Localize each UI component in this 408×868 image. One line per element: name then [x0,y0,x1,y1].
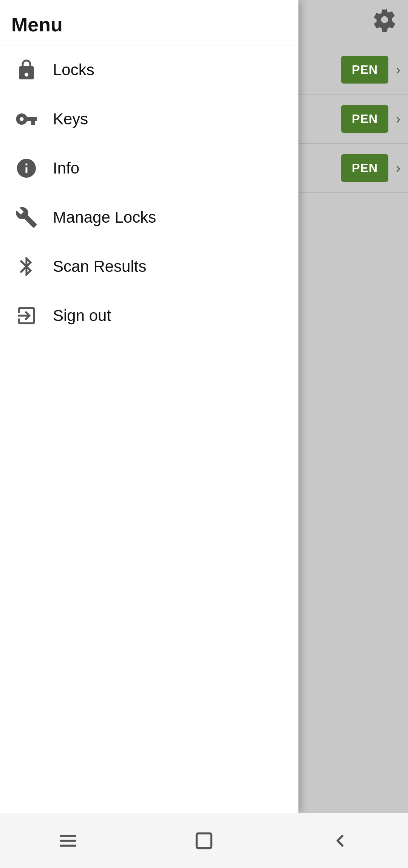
drawer-header: Menu [0,0,298,45]
open-button-3[interactable]: PEN [341,154,388,182]
key-icon [11,108,42,130]
signout-icon [11,304,42,327]
gear-icon[interactable] [372,26,397,33]
nav-back-button[interactable] [326,827,354,854]
chevron-right-icon-3: › [396,160,400,176]
info-label: Info [53,159,79,177]
sign-out-label: Sign out [53,307,111,325]
info-icon [11,157,42,180]
drawer: Menu Locks Keys [0,0,298,813]
lock-icon [11,59,42,81]
bg-row-3: PEN › [291,144,408,193]
menu-item-locks[interactable]: Locks [0,45,298,95]
wrench-icon [11,206,42,229]
chevron-right-icon-1: › [396,62,400,78]
nav-home-button[interactable] [190,827,218,854]
scan-results-label: Scan Results [53,257,146,276]
menu-item-sign-out[interactable]: Sign out [0,291,298,340]
svg-rect-3 [197,833,212,848]
bottom-nav [0,813,408,868]
keys-label: Keys [53,110,88,128]
menu-item-keys[interactable]: Keys [0,95,298,144]
manage-locks-label: Manage Locks [53,208,156,226]
menu-item-manage-locks[interactable]: Manage Locks [0,193,298,242]
gear-container[interactable] [372,8,397,33]
bluetooth-icon [11,255,42,278]
open-button-1[interactable]: PEN [341,56,388,84]
nav-menu-button[interactable] [54,827,82,854]
menu-item-info[interactable]: Info [0,144,298,193]
locks-label: Locks [53,61,94,79]
bg-row-2: PEN › [291,95,408,144]
menu-item-scan-results[interactable]: Scan Results [0,242,298,291]
menu-title: Menu [11,13,63,36]
chevron-right-icon-2: › [396,111,400,127]
bg-row-1: PEN › [291,45,408,95]
menu-nav: Locks Keys Info [0,45,298,340]
open-button-2[interactable]: PEN [341,105,388,133]
